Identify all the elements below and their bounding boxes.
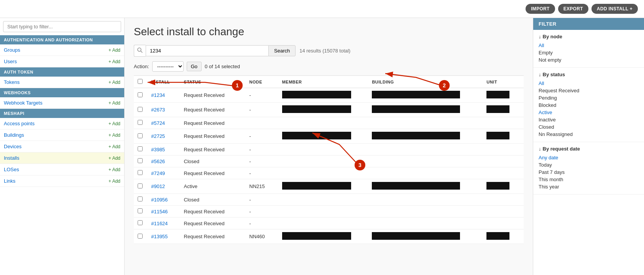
search-input[interactable]: [146, 45, 268, 56]
sidebar-item-access-points-add[interactable]: + Add: [108, 121, 120, 126]
filter-date-past-7-days[interactable]: Past 7 days: [539, 169, 639, 176]
filter-status-active[interactable]: Active: [539, 109, 639, 116]
filter-by-status-title: ↓ By status: [539, 72, 639, 77]
install-link[interactable]: #1234: [151, 92, 165, 98]
row-checkbox[interactable]: [138, 158, 143, 163]
filter-node-not-empty[interactable]: Not empty: [539, 56, 639, 64]
sidebar-item-users-label: Users: [4, 59, 17, 64]
install-building: [368, 229, 483, 244]
filter-status-inactive[interactable]: Inactive: [539, 116, 639, 123]
filter-status-closed[interactable]: Closed: [539, 123, 639, 131]
install-link[interactable]: #3985: [151, 147, 165, 152]
install-member: [278, 229, 368, 244]
sidebar-filter-input[interactable]: [3, 21, 121, 32]
install-link[interactable]: #11624: [151, 221, 168, 226]
sidebar-item-users-add[interactable]: + Add: [108, 59, 120, 64]
sidebar-item-loses[interactable]: LOSes + Add: [0, 164, 124, 175]
row-checkbox[interactable]: [138, 208, 143, 213]
install-member: [278, 167, 368, 179]
install-link[interactable]: #7249: [151, 170, 165, 176]
search-button[interactable]: Search: [268, 45, 296, 56]
filter-date-today[interactable]: Today: [539, 161, 639, 169]
install-status: Closed: [180, 156, 246, 167]
install-link[interactable]: #10956: [151, 197, 168, 203]
table-row: #1234 Request Received -: [134, 88, 524, 103]
action-go-button[interactable]: Go: [187, 62, 202, 71]
add-install-button[interactable]: ADD INSTALL +: [591, 4, 638, 14]
install-status: Request Received: [180, 218, 246, 229]
filter-date-any[interactable]: Any date: [539, 154, 639, 161]
sidebar-item-webhook-targets-add[interactable]: + Add: [108, 100, 120, 106]
col-header-install: INSTALL: [147, 76, 180, 88]
install-member: [278, 144, 368, 156]
sidebar-item-access-points[interactable]: Access points + Add: [0, 118, 124, 129]
install-status: Request Received: [180, 229, 246, 244]
install-member: [278, 194, 368, 206]
filter-date-this-month[interactable]: This month: [539, 176, 639, 183]
row-checkbox[interactable]: [138, 107, 143, 112]
row-checkbox[interactable]: [138, 196, 143, 201]
table-row: #13955 Request Received NN460: [134, 229, 524, 244]
table-row: #3985 Request Received -: [134, 144, 524, 156]
row-checkbox[interactable]: [138, 170, 143, 175]
row-checkbox[interactable]: [138, 146, 143, 151]
install-link[interactable]: #2725: [151, 133, 165, 139]
filter-status-blocked[interactable]: Blocked: [539, 101, 639, 109]
install-status: Request Received: [180, 103, 246, 117]
install-unit: [483, 129, 524, 144]
sidebar-section-auth-token: AUTH TOKEN: [0, 67, 124, 77]
table-row: #2725 Request Received -: [134, 129, 524, 144]
sidebar-item-installs[interactable]: Installs + Add: [0, 152, 124, 164]
svg-line-1: [141, 51, 142, 52]
row-checkbox[interactable]: [138, 133, 143, 138]
install-link[interactable]: #11546: [151, 209, 168, 214]
export-button[interactable]: EXPORT: [558, 4, 588, 14]
install-unit: [483, 117, 524, 129]
row-checkbox[interactable]: [138, 92, 143, 97]
table-row: #11546 Request Received -: [134, 206, 524, 218]
sidebar-item-buildings-add[interactable]: + Add: [108, 133, 120, 138]
sidebar-item-links[interactable]: Links + Add: [0, 175, 124, 187]
row-checkbox[interactable]: [138, 120, 143, 125]
sidebar-item-devices-add[interactable]: + Add: [108, 144, 120, 149]
filter-status-nn-reassigned[interactable]: Nn Reassigned: [539, 131, 639, 138]
sidebar-item-groups-label: Groups: [4, 47, 20, 53]
install-status: Request Received: [180, 206, 246, 218]
action-select[interactable]: ----------: [152, 61, 184, 72]
select-all-checkbox[interactable]: [138, 79, 143, 84]
install-link[interactable]: #9012: [151, 183, 165, 189]
filter-status-all[interactable]: All: [539, 80, 639, 87]
sidebar-item-installs-add[interactable]: + Add: [108, 156, 120, 161]
sidebar-section-webhooks: WEBHOOKS: [0, 88, 124, 97]
sidebar-item-buildings[interactable]: Buildings + Add: [0, 129, 124, 141]
install-link[interactable]: #5724: [151, 120, 165, 126]
table-row: #5626 Closed -: [134, 156, 524, 167]
main-content: Select install to change Search 14 resul…: [125, 18, 533, 275]
install-status: Request Received: [180, 167, 246, 179]
filter-header: FILTER: [533, 18, 644, 30]
filter-by-request-date-title: ↓ By request date: [539, 146, 639, 152]
filter-status-request-received[interactable]: Request Received: [539, 87, 639, 94]
row-checkbox[interactable]: [138, 220, 143, 225]
row-checkbox[interactable]: [138, 183, 143, 188]
sidebar-item-loses-add[interactable]: + Add: [108, 167, 120, 172]
sidebar-item-tokens[interactable]: Tokens + Add: [0, 77, 124, 88]
install-link[interactable]: #13955: [151, 234, 168, 239]
install-link[interactable]: #2673: [151, 107, 165, 113]
install-link[interactable]: #5626: [151, 159, 165, 164]
import-button[interactable]: IMPORT: [526, 4, 555, 14]
sidebar-item-devices[interactable]: Devices + Add: [0, 141, 124, 152]
sidebar-item-webhook-targets[interactable]: Webhook Targets + Add: [0, 97, 124, 109]
sidebar-item-users[interactable]: Users + Add: [0, 56, 124, 67]
install-node: -: [245, 206, 278, 218]
sidebar-item-links-add[interactable]: + Add: [108, 178, 120, 184]
sidebar-item-groups-add[interactable]: + Add: [108, 47, 120, 53]
row-checkbox[interactable]: [138, 234, 143, 239]
filter-node-empty[interactable]: Empty: [539, 49, 639, 56]
sidebar-item-tokens-add[interactable]: + Add: [108, 80, 120, 85]
filter-status-pending[interactable]: Pending: [539, 94, 639, 101]
filter-date-this-year[interactable]: This year: [539, 183, 639, 190]
sidebar-item-groups[interactable]: Groups + Add: [0, 44, 124, 56]
install-unit: [483, 206, 524, 218]
filter-node-all[interactable]: All: [539, 42, 639, 49]
